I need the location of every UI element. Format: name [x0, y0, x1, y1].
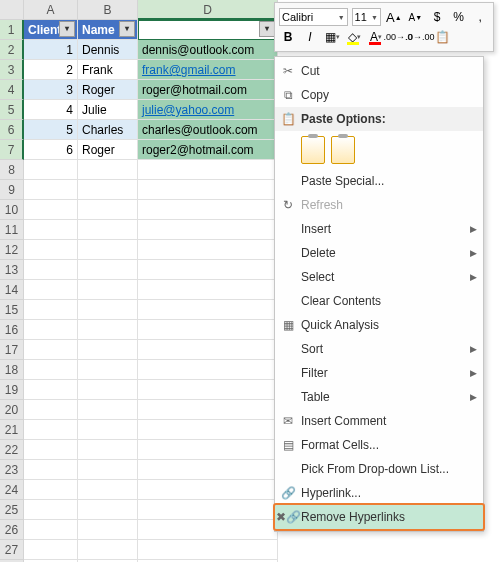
cell-D19[interactable] [138, 380, 278, 400]
cell-D6[interactable]: charles@outlook.com [138, 120, 278, 140]
cell-grid[interactable]: Client#Namee-mail1Dennisdennis@outlook.c… [24, 20, 278, 562]
column-header-B[interactable]: B [78, 0, 138, 20]
row-header-4[interactable]: 4 [0, 80, 24, 100]
row-header-16[interactable]: 16 [0, 320, 24, 340]
cell-D22[interactable] [138, 440, 278, 460]
font-name-combo[interactable]: Calibri▼ [279, 8, 348, 26]
menu-insert[interactable]: Insert▶ [275, 217, 483, 241]
cell-A17[interactable] [24, 340, 78, 360]
row-header-27[interactable]: 27 [0, 540, 24, 560]
cell-D10[interactable] [138, 200, 278, 220]
row-header-21[interactable]: 21 [0, 420, 24, 440]
cell-D15[interactable] [138, 300, 278, 320]
row-header-26[interactable]: 26 [0, 520, 24, 540]
cell-A7[interactable]: 6 [24, 140, 78, 160]
cell-B11[interactable] [78, 220, 138, 240]
cell-D12[interactable] [138, 240, 278, 260]
row-header-17[interactable]: 17 [0, 340, 24, 360]
format-painter-button[interactable]: 📋 [433, 28, 451, 46]
menu-remove-hyperlinks[interactable]: ✖🔗Remove Hyperlinks [275, 505, 483, 529]
cell-B22[interactable] [78, 440, 138, 460]
cell-D2[interactable]: dennis@outlook.com [138, 40, 278, 60]
cell-B17[interactable] [78, 340, 138, 360]
cell-B8[interactable] [78, 160, 138, 180]
cell-A2[interactable]: 1 [24, 40, 78, 60]
cell-A4[interactable]: 3 [24, 80, 78, 100]
row-header-5[interactable]: 5 [0, 100, 24, 120]
cell-D16[interactable] [138, 320, 278, 340]
border-button[interactable]: ▦▾ [323, 28, 341, 46]
row-header-25[interactable]: 25 [0, 500, 24, 520]
cell-B3[interactable]: Frank [78, 60, 138, 80]
row-header-19[interactable]: 19 [0, 380, 24, 400]
cell-A11[interactable] [24, 220, 78, 240]
row-header-20[interactable]: 20 [0, 400, 24, 420]
paste-option-2[interactable] [331, 136, 355, 164]
menu-pick-list[interactable]: Pick From Drop-down List... [275, 457, 483, 481]
menu-copy[interactable]: ⧉Copy [275, 83, 483, 107]
menu-clear-contents[interactable]: Clear Contents [275, 289, 483, 313]
menu-hyperlink[interactable]: 🔗Hyperlink... [275, 481, 483, 505]
cell-B23[interactable] [78, 460, 138, 480]
cell-D18[interactable] [138, 360, 278, 380]
cell-B15[interactable] [78, 300, 138, 320]
cell-D1[interactable]: e-mail [138, 20, 278, 40]
font-color-button[interactable]: A▾ [367, 28, 385, 46]
cell-B19[interactable] [78, 380, 138, 400]
cell-B10[interactable] [78, 200, 138, 220]
cell-B4[interactable]: Roger [78, 80, 138, 100]
row-header-12[interactable]: 12 [0, 240, 24, 260]
cell-D26[interactable] [138, 520, 278, 540]
row-header-14[interactable]: 14 [0, 280, 24, 300]
cell-D8[interactable] [138, 160, 278, 180]
cell-B24[interactable] [78, 480, 138, 500]
row-header-1[interactable]: 1 [0, 20, 24, 40]
cell-D27[interactable] [138, 540, 278, 560]
decrease-decimal-button[interactable]: .00→.0 [389, 28, 407, 46]
cell-B27[interactable] [78, 540, 138, 560]
menu-format-cells[interactable]: ▤Format Cells... [275, 433, 483, 457]
percent-button[interactable]: % [450, 8, 468, 26]
cell-D25[interactable] [138, 500, 278, 520]
cell-A13[interactable] [24, 260, 78, 280]
cell-A3[interactable]: 2 [24, 60, 78, 80]
menu-delete[interactable]: Delete▶ [275, 241, 483, 265]
cell-B1[interactable]: Name [78, 20, 138, 40]
cell-D9[interactable] [138, 180, 278, 200]
cell-A14[interactable] [24, 280, 78, 300]
cell-B21[interactable] [78, 420, 138, 440]
menu-quick-analysis[interactable]: ▦Quick Analysis [275, 313, 483, 337]
cell-A20[interactable] [24, 400, 78, 420]
cell-A26[interactable] [24, 520, 78, 540]
column-header-D[interactable]: D [138, 0, 278, 20]
cell-A23[interactable] [24, 460, 78, 480]
cell-D11[interactable] [138, 220, 278, 240]
cell-B13[interactable] [78, 260, 138, 280]
cell-A21[interactable] [24, 420, 78, 440]
cell-A24[interactable] [24, 480, 78, 500]
cell-B7[interactable]: Roger [78, 140, 138, 160]
decrease-font-button[interactable]: A▼ [407, 8, 425, 26]
cell-A10[interactable] [24, 200, 78, 220]
row-header-8[interactable]: 8 [0, 160, 24, 180]
cell-D7[interactable]: roger2@hotmail.com [138, 140, 278, 160]
menu-insert-comment[interactable]: ✉Insert Comment [275, 409, 483, 433]
row-header-22[interactable]: 22 [0, 440, 24, 460]
cell-B6[interactable]: Charles [78, 120, 138, 140]
row-header-18[interactable]: 18 [0, 360, 24, 380]
fill-color-button[interactable]: ◇▾ [345, 28, 363, 46]
row-header-24[interactable]: 24 [0, 480, 24, 500]
menu-filter[interactable]: Filter▶ [275, 361, 483, 385]
cell-A5[interactable]: 4 [24, 100, 78, 120]
menu-sort[interactable]: Sort▶ [275, 337, 483, 361]
cell-B26[interactable] [78, 520, 138, 540]
cell-A9[interactable] [24, 180, 78, 200]
bold-button[interactable]: B [279, 28, 297, 46]
cell-B25[interactable] [78, 500, 138, 520]
cell-D5[interactable]: julie@yahoo.com [138, 100, 278, 120]
row-header-7[interactable]: 7 [0, 140, 24, 160]
cell-B14[interactable] [78, 280, 138, 300]
row-header-23[interactable]: 23 [0, 460, 24, 480]
row-header-9[interactable]: 9 [0, 180, 24, 200]
cell-D4[interactable]: roger@hotmail.com [138, 80, 278, 100]
